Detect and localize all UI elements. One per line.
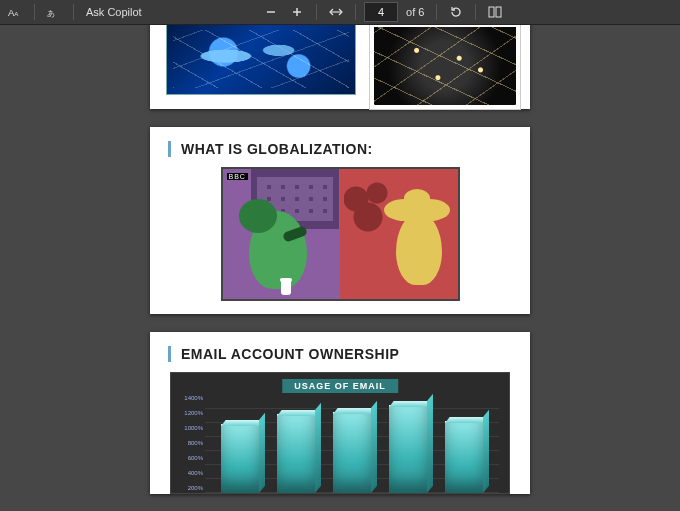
chart-usage-of-email: USAGE OF EMAIL 1400% 1200% 1000% 800% 60… xyxy=(170,372,510,494)
slide-heading: EMAIL ACCOUNT OWNERSHIP xyxy=(168,346,512,362)
svg-rect-8 xyxy=(496,7,501,17)
page-view-icon[interactable] xyxy=(484,2,506,22)
image-global-network-dark xyxy=(370,25,520,109)
ytick: 400% xyxy=(173,470,203,476)
chart-bar xyxy=(445,421,483,493)
zoom-in-icon[interactable] xyxy=(286,2,308,22)
ytick: 600% xyxy=(173,455,203,461)
slide-email-ownership: EMAIL ACCOUNT OWNERSHIP USAGE OF EMAIL 1… xyxy=(150,332,530,494)
chart-y-axis: 1400% 1200% 1000% 800% 600% 400% 200% xyxy=(173,395,203,493)
document-viewport[interactable]: WHAT IS GLOBALIZATION: BBC EMAIL ACCOUNT… xyxy=(0,25,680,511)
separator xyxy=(355,4,356,20)
slide-heading: WHAT IS GLOBALIZATION: xyxy=(168,141,512,157)
cartoon-character-yellow xyxy=(396,213,442,285)
text-size-icon[interactable]: AA xyxy=(4,2,26,22)
slide-globalization: WHAT IS GLOBALIZATION: BBC xyxy=(150,127,530,314)
ytick: 1400% xyxy=(173,395,203,401)
chart-plot-area xyxy=(205,399,499,493)
svg-rect-7 xyxy=(489,7,494,17)
ytick: 1000% xyxy=(173,425,203,431)
ask-copilot-button[interactable]: Ask Copilot xyxy=(82,6,146,18)
image-globalization-cartoon: BBC xyxy=(221,167,460,301)
separator xyxy=(475,4,476,20)
separator xyxy=(316,4,317,20)
page-total-label: of 6 xyxy=(402,6,428,18)
ytick: 200% xyxy=(173,485,203,491)
ytick: 1200% xyxy=(173,410,203,416)
svg-text:あ: あ xyxy=(47,9,55,18)
fit-width-icon[interactable] xyxy=(325,2,347,22)
slide-prev-tail xyxy=(150,25,530,109)
cartoon-character-green xyxy=(249,211,307,289)
cartoon-right-panel xyxy=(340,169,458,299)
page-number-input[interactable] xyxy=(364,2,398,22)
svg-text:A: A xyxy=(14,10,19,17)
chart-title: USAGE OF EMAIL xyxy=(282,379,398,393)
cartoon-left-panel: BBC xyxy=(223,169,341,299)
zoom-out-icon[interactable] xyxy=(260,2,282,22)
pdf-toolbar: AA あ Ask Copilot of 6 xyxy=(0,0,680,25)
chart-bar xyxy=(221,424,259,493)
separator xyxy=(34,4,35,20)
ytick: 800% xyxy=(173,440,203,446)
chart-bar xyxy=(277,414,315,493)
image-global-network-blue xyxy=(166,25,356,95)
bbc-badge: BBC xyxy=(227,173,248,180)
separator xyxy=(436,4,437,20)
rotate-icon[interactable] xyxy=(445,2,467,22)
separator xyxy=(73,4,74,20)
chart-bar xyxy=(333,412,371,493)
cartoon-cup xyxy=(281,281,291,295)
translate-icon[interactable]: あ xyxy=(43,2,65,22)
chart-bar xyxy=(389,405,427,493)
